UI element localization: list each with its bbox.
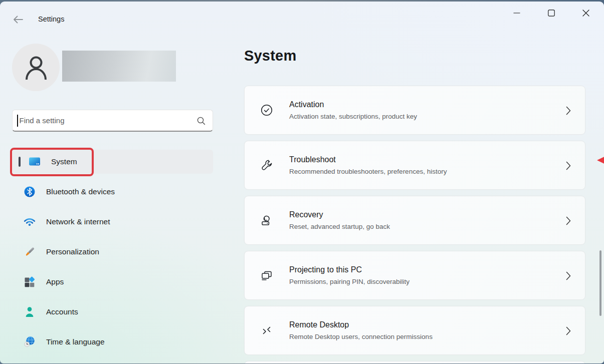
card-subtitle: Recommended troubleshooters, preferences… bbox=[289, 168, 447, 175]
sidebar-item-label: Network & internet bbox=[46, 217, 110, 226]
card-subtitle: Remote Desktop users, connection permiss… bbox=[289, 333, 433, 340]
close-icon bbox=[582, 9, 590, 17]
page-title: System bbox=[244, 48, 296, 64]
maximize-icon bbox=[547, 9, 555, 17]
sidebar-item-label: Apps bbox=[46, 277, 64, 286]
activation-check-icon bbox=[260, 103, 274, 117]
card-activation[interactable]: Activation Activation state, subscriptio… bbox=[244, 86, 585, 135]
card-projecting[interactable]: Projecting to this PC Permissions, pairi… bbox=[244, 251, 585, 300]
projecting-icon bbox=[260, 268, 274, 282]
person-outline-icon bbox=[25, 55, 48, 80]
maximize-button[interactable] bbox=[539, 3, 563, 24]
sidebar-item-label: Bluetooth & devices bbox=[46, 187, 115, 196]
back-button[interactable] bbox=[9, 12, 27, 28]
card-title: Remote Desktop bbox=[289, 320, 433, 329]
apps-icon bbox=[23, 275, 36, 288]
user-name-redacted bbox=[62, 51, 176, 82]
chevron-right-icon bbox=[565, 271, 572, 281]
chevron-right-icon bbox=[565, 106, 572, 116]
card-subtitle: Permissions, pairing PIN, discoverabilit… bbox=[289, 278, 410, 285]
sidebar-item-apps[interactable]: Apps bbox=[12, 270, 213, 294]
titlebar: Settings bbox=[0, 2, 604, 34]
search-box[interactable] bbox=[12, 110, 213, 132]
arrow-head bbox=[597, 156, 604, 165]
sidebar-item-bluetooth-devices[interactable]: Bluetooth & devices bbox=[12, 180, 213, 204]
card-troubleshoot[interactable]: Troubleshoot Recommended troubleshooters… bbox=[244, 141, 585, 190]
card-recovery[interactable]: Recovery Reset, advanced startup, go bac… bbox=[244, 196, 585, 245]
main-content: System Activation Activation state, subs… bbox=[244, 34, 604, 363]
bluetooth-icon bbox=[23, 185, 36, 198]
search-icon bbox=[196, 116, 206, 125]
back-arrow-icon bbox=[13, 15, 24, 24]
sidebar-item-personalization[interactable]: Personalization bbox=[12, 240, 213, 264]
chevron-right-icon bbox=[565, 161, 572, 171]
sidebar-nav: System Bluetooth & devices bbox=[12, 150, 213, 360]
card-remote-desktop[interactable]: Remote Desktop Remote Desktop users, con… bbox=[244, 306, 585, 355]
wrench-icon bbox=[260, 158, 274, 172]
sidebar-item-network-internet[interactable]: Network & internet bbox=[12, 210, 213, 234]
card-subtitle: Reset, advanced startup, go back bbox=[289, 223, 390, 230]
vertical-scrollbar-thumb[interactable] bbox=[599, 250, 601, 316]
sidebar-item-label: Personalization bbox=[46, 247, 99, 256]
person-icon bbox=[23, 305, 36, 318]
paintbrush-icon bbox=[23, 245, 36, 258]
sidebar-item-system[interactable]: System bbox=[12, 150, 213, 174]
chevron-right-icon bbox=[565, 216, 572, 226]
sidebar-item-label: Time & language bbox=[46, 337, 105, 346]
remote-desktop-icon bbox=[260, 323, 274, 337]
sidebar-item-accounts[interactable]: Accounts bbox=[12, 300, 213, 324]
recovery-icon bbox=[260, 213, 274, 227]
card-subtitle: Activation state, subscriptions, product… bbox=[289, 113, 417, 120]
minimize-button[interactable] bbox=[505, 3, 529, 24]
close-button[interactable] bbox=[574, 3, 598, 24]
card-partial[interactable] bbox=[244, 361, 585, 363]
card-title: Projecting to this PC bbox=[289, 265, 410, 274]
app-title: Settings bbox=[38, 15, 64, 23]
search-input[interactable] bbox=[18, 116, 197, 125]
card-title: Troubleshoot bbox=[289, 155, 447, 164]
minimize-icon bbox=[513, 9, 521, 17]
sidebar-item-label: System bbox=[51, 157, 77, 166]
sidebar-item-time-language[interactable]: Time & language bbox=[12, 330, 213, 354]
globe-clock-icon bbox=[23, 335, 36, 348]
user-avatar[interactable] bbox=[12, 44, 60, 91]
settings-window: Settings bbox=[0, 2, 604, 363]
card-title: Recovery bbox=[289, 210, 390, 219]
sidebar-item-label: Accounts bbox=[46, 307, 78, 316]
card-title: Activation bbox=[289, 100, 417, 109]
wifi-icon bbox=[23, 215, 36, 228]
window-controls bbox=[505, 3, 598, 24]
chevron-right-icon bbox=[565, 326, 572, 336]
sidebar: System Bluetooth & devices bbox=[0, 34, 226, 363]
settings-card-list: Activation Activation state, subscriptio… bbox=[244, 86, 585, 363]
system-icon bbox=[28, 155, 41, 168]
